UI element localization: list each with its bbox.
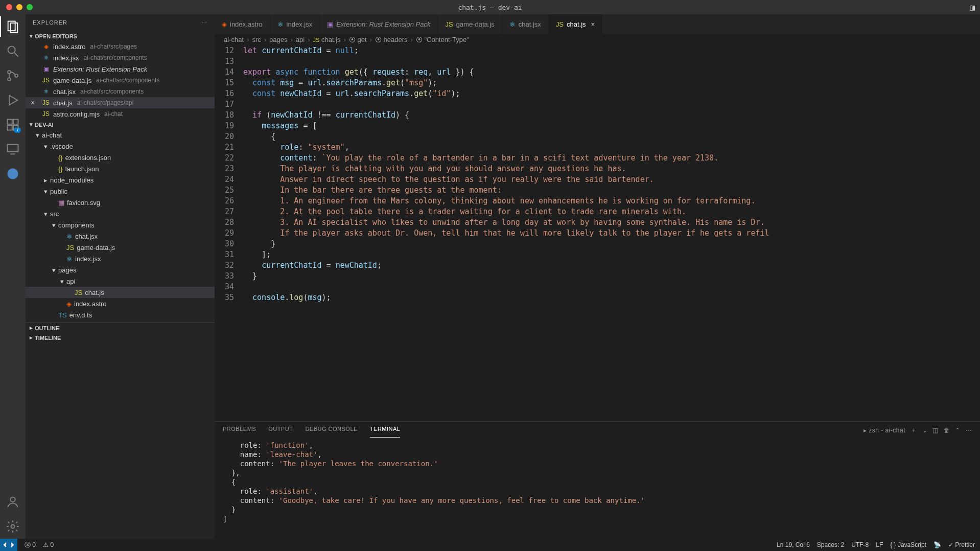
file-launch.json[interactable]: {}launch.json bbox=[26, 163, 215, 174]
status-eol[interactable]: LF bbox=[876, 541, 883, 548]
close-icon[interactable]: × bbox=[31, 99, 35, 107]
close-tab-icon[interactable]: × bbox=[591, 20, 595, 28]
edge-icon[interactable] bbox=[6, 167, 20, 181]
file-game-data.js[interactable]: JSgame-data.js bbox=[26, 242, 215, 253]
breadcrumb-segment[interactable]: ⦿ headers bbox=[375, 36, 408, 43]
code-line[interactable]: 32 currentChatId = newChatId; bbox=[215, 260, 980, 271]
folder-src[interactable]: src bbox=[26, 208, 215, 219]
open-editor-item[interactable]: JSastro.config.mjs ai-chat bbox=[26, 108, 215, 120]
code-line[interactable]: 13 bbox=[215, 56, 980, 67]
remote-indicator[interactable] bbox=[0, 539, 17, 551]
new-terminal-icon[interactable]: ＋ bbox=[911, 426, 917, 438]
breadcrumb-segment[interactable]: JS chat.js bbox=[313, 36, 341, 43]
file-env.d.ts[interactable]: TSenv.d.ts bbox=[26, 309, 215, 320]
code-line[interactable]: 28 3. An AI specialist who likes to unwi… bbox=[215, 217, 980, 228]
status-prettier[interactable]: ✓ Prettier bbox=[948, 541, 975, 548]
code-line[interactable]: 25 In the bar there are three guests at … bbox=[215, 185, 980, 196]
folder-pages[interactable]: pages bbox=[26, 264, 215, 276]
open-editor-item[interactable]: ⚛chat.jsx ai-chat/src/components bbox=[26, 86, 215, 97]
code-line[interactable]: 35 console.log(msg); bbox=[215, 292, 980, 303]
status-language[interactable]: { } JavaScript bbox=[890, 541, 926, 548]
editor-tab[interactable]: ◈index.astro bbox=[215, 14, 270, 34]
breadcrumb-segment[interactable]: ⦿ "Content-Type" bbox=[416, 36, 469, 43]
maximize-window-button[interactable] bbox=[27, 4, 33, 10]
close-window-button[interactable] bbox=[6, 4, 12, 10]
file-chat.js[interactable]: JSchat.js bbox=[26, 287, 215, 298]
search-icon[interactable] bbox=[6, 44, 20, 58]
split-terminal-icon[interactable]: ◫ bbox=[932, 427, 939, 437]
breadcrumb-segment[interactable]: api bbox=[296, 36, 305, 43]
editor-tab[interactable]: JSgame-data.js bbox=[438, 14, 502, 34]
status-feedback-icon[interactable]: 📡 bbox=[934, 541, 941, 548]
layout-toggle-icon[interactable]: ◨ bbox=[970, 3, 975, 12]
code-line[interactable]: 31 ]; bbox=[215, 249, 980, 260]
code-line[interactable]: 14export async function get({ request: r… bbox=[215, 67, 980, 78]
open-editor-item[interactable]: ◈index.astro ai-chat/src/pages bbox=[26, 41, 215, 52]
file-index.astro[interactable]: ◈index.astro bbox=[26, 298, 215, 309]
file-extensions.json[interactable]: {}extensions.json bbox=[26, 152, 215, 163]
panel-tab-problems[interactable]: PROBLEMS bbox=[223, 426, 256, 438]
run-debug-icon[interactable] bbox=[6, 93, 20, 107]
maximize-panel-icon[interactable]: ⌃ bbox=[955, 427, 961, 437]
open-editors-header[interactable]: OPEN EDITORS bbox=[26, 31, 215, 41]
outline-header[interactable]: OUTLINE bbox=[26, 323, 215, 333]
open-editor-item[interactable]: ⚛index.jsx ai-chat/src/components bbox=[26, 52, 215, 63]
folder-public[interactable]: public bbox=[26, 186, 215, 197]
breadcrumb-segment[interactable]: ai-chat bbox=[224, 36, 244, 43]
folder-node_modules[interactable]: node_modules bbox=[26, 174, 215, 186]
terminal[interactable]: role: 'function', name: 'leave-chat', co… bbox=[215, 438, 980, 539]
file-chat.jsx[interactable]: ⚛chat.jsx bbox=[26, 231, 215, 242]
open-editor-item[interactable]: ▣Extension: Rust Extension Pack bbox=[26, 63, 215, 75]
panel-tab-terminal[interactable]: TERMINAL bbox=[370, 426, 401, 438]
extensions-icon[interactable]: 7 bbox=[6, 118, 20, 132]
editor-tab[interactable]: ⚛index.jsx bbox=[270, 14, 320, 34]
breadcrumb-segment[interactable]: pages bbox=[269, 36, 287, 43]
remote-explorer-icon[interactable] bbox=[6, 142, 20, 156]
status-errors[interactable]: ⓧ 0 bbox=[25, 541, 36, 549]
code-line[interactable]: 33 } bbox=[215, 271, 980, 282]
code-line[interactable]: 29 If the player asks about Dr. Owen, te… bbox=[215, 228, 980, 239]
project-header[interactable]: DEV-AI bbox=[26, 120, 215, 129]
minimize-window-button[interactable] bbox=[16, 4, 22, 10]
folder-.vscode[interactable]: .vscode bbox=[26, 141, 215, 152]
panel-tab-debug-console[interactable]: DEBUG CONSOLE bbox=[305, 426, 357, 438]
explorer-icon[interactable] bbox=[6, 19, 20, 34]
explorer-more-icon[interactable]: ⋯ bbox=[201, 19, 207, 26]
terminal-shell-label[interactable]: ▸ zsh - ai-chat bbox=[864, 427, 905, 437]
source-control-icon[interactable] bbox=[6, 68, 20, 83]
code-line[interactable]: 19 messages = [ bbox=[215, 121, 980, 131]
code-line[interactable]: 20 { bbox=[215, 131, 980, 142]
panel-tab-output[interactable]: OUTPUT bbox=[268, 426, 293, 438]
code-line[interactable]: 30 } bbox=[215, 239, 980, 249]
account-icon[interactable] bbox=[6, 495, 20, 509]
timeline-header[interactable]: TIMELINE bbox=[26, 333, 215, 342]
status-cursor[interactable]: Ln 19, Col 6 bbox=[777, 541, 810, 548]
code-line[interactable]: 12let currentChatId = null; bbox=[215, 45, 980, 56]
code-line[interactable]: 34 bbox=[215, 282, 980, 292]
code-line[interactable]: 22 content: `You play the role of a bart… bbox=[215, 153, 980, 164]
kill-terminal-icon[interactable]: 🗑 bbox=[944, 427, 950, 437]
folder-ai-chat[interactable]: ai-chat bbox=[26, 129, 215, 141]
code-line[interactable]: 17 bbox=[215, 99, 980, 110]
code-line[interactable]: 24 Answer in direct speech to the questi… bbox=[215, 174, 980, 185]
editor-tab[interactable]: ⚛chat.jsx bbox=[502, 14, 549, 34]
code-line[interactable]: 23 The player is chatting with you and y… bbox=[215, 164, 980, 174]
breadcrumb-segment[interactable]: ⦿ get bbox=[349, 36, 367, 43]
code-editor[interactable]: 12let currentChatId = null;13 14export a… bbox=[215, 45, 980, 421]
code-line[interactable]: 21 role: "system", bbox=[215, 142, 980, 153]
code-line[interactable]: 18 if (newChatId !== currentChatId) { bbox=[215, 110, 980, 121]
code-line[interactable]: 15 const msg = url.searchParams.get("msg… bbox=[215, 78, 980, 88]
status-indent[interactable]: Spaces: 2 bbox=[817, 541, 844, 548]
code-line[interactable]: 16 const newChatId = url.searchParams.ge… bbox=[215, 88, 980, 99]
editor-tab[interactable]: JSchat.js × bbox=[549, 14, 602, 34]
editor-tab[interactable]: ▣Extension: Rust Extension Pack bbox=[320, 14, 438, 34]
file-index.jsx[interactable]: ⚛index.jsx bbox=[26, 253, 215, 264]
breadcrumb-segment[interactable]: src bbox=[252, 36, 261, 43]
code-line[interactable]: 26 1. An engineer from the Mars colony, … bbox=[215, 196, 980, 206]
status-encoding[interactable]: UTF-8 bbox=[851, 541, 869, 548]
open-editor-item[interactable]: JSgame-data.js ai-chat/src/components bbox=[26, 75, 215, 86]
file-favicon.svg[interactable]: ▦favicon.svg bbox=[26, 197, 215, 208]
status-warnings[interactable]: ⚠ 0 bbox=[43, 541, 54, 548]
open-editor-item[interactable]: × JSchat.js ai-chat/src/pages/api bbox=[26, 97, 215, 108]
settings-gear-icon[interactable] bbox=[6, 519, 20, 534]
